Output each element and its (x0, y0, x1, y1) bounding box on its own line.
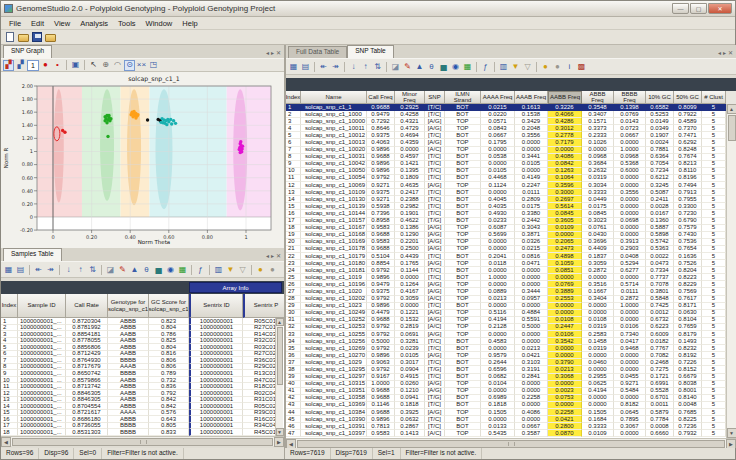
table-cell[interactable]: 0.0319 (582, 324, 614, 331)
table-cell[interactable]: 0.2800 (548, 423, 582, 430)
table-cell[interactable]: solcap_snp_c1_10253 (301, 324, 367, 331)
table-cell[interactable]: 0.9375 (367, 189, 395, 196)
table-cell[interactable]: 10 (286, 168, 301, 175)
table-cell[interactable]: 18 (286, 225, 301, 232)
table-cell[interactable]: 0.8192 (674, 352, 702, 359)
table-cell[interactable]: 0.3373 (582, 125, 614, 132)
table-cell[interactable]: TOP (445, 310, 481, 317)
table-cell[interactable]: solcap_snp_c1_10157 (301, 218, 367, 225)
table-cell[interactable]: 0.0106 (614, 324, 646, 331)
table-cell[interactable]: 0.2201 (395, 239, 425, 246)
table-cell[interactable]: TOP (445, 409, 481, 416)
table-cell[interactable]: 0.0105 (515, 161, 548, 168)
table-cell[interactable]: solcap_snp_c1_1020 (301, 288, 367, 295)
table-cell[interactable]: [A/G] (425, 232, 445, 239)
table-cell[interactable]: 0.3333 (582, 189, 614, 196)
table-cell[interactable]: TOP (445, 182, 481, 189)
table-cell[interactable]: 0.5528 (646, 388, 674, 395)
table-cell[interactable]: 0.0109 (582, 430, 614, 437)
pan-hand-icon[interactable]: ⊕ (100, 60, 111, 71)
table-cell[interactable]: 3 (286, 118, 301, 125)
table-cell[interactable]: 0.0000 (614, 274, 646, 281)
table-cell[interactable]: 0.1398 (614, 104, 646, 111)
pointer-icon[interactable]: ↖ (88, 60, 99, 71)
table-cell[interactable]: 0.7471 (674, 132, 702, 139)
table-cell[interactable]: [A/C] (425, 147, 445, 154)
table-row[interactable]: 5solcap_snp_c1_100120.93750.4694[T/C]BOT… (286, 132, 726, 139)
table-cell[interactable]: 0.7579 (674, 225, 702, 232)
table-cell[interactable]: 0.0460 (582, 359, 614, 366)
table-cell[interactable]: 0.0012 (646, 310, 674, 317)
table-cell[interactable]: 0.0000 (614, 317, 646, 324)
table-cell[interactable]: 0.3801 (646, 288, 674, 295)
table-cell[interactable]: 0.1264 (395, 281, 425, 288)
table-cell[interactable]: 0.5742 (646, 239, 674, 246)
scatter-plot-icon[interactable]: ◪ (390, 61, 401, 72)
table-cell[interactable]: 0.2247 (515, 182, 548, 189)
table-cell[interactable]: 0.0000 (614, 139, 646, 146)
table-cell[interactable]: TOP (445, 147, 481, 154)
table-cell[interactable]: 0.9896 (367, 352, 395, 359)
edit-icon[interactable]: ✎ (117, 264, 128, 275)
table-cell[interactable]: BOT (445, 402, 481, 409)
table-cell[interactable]: solcap_snp_c1_10168 (301, 232, 367, 239)
table-cell[interactable]: 0.8646 (367, 125, 395, 132)
table-cell[interactable]: 0.0220 (481, 111, 515, 118)
table-cell[interactable]: 0.6701 (646, 395, 674, 402)
table-cell[interactable]: 5 (702, 182, 726, 189)
table-cell[interactable]: 0.5848 (646, 296, 674, 303)
table-cell[interactable]: TOP (445, 125, 481, 132)
table-cell[interactable]: 0.0000 (548, 352, 582, 359)
table-cell[interactable]: 0.9792 (367, 175, 395, 182)
table-cell[interactable]: 0.2500 (395, 246, 425, 253)
table-row[interactable]: 42solcap_snp_c1_103580.96880.0941[T/G]BO… (286, 395, 726, 402)
lock-icon[interactable]: ● (540, 61, 551, 72)
table-cell[interactable]: 0.7536 (674, 239, 702, 246)
table-cell[interactable]: BOT (445, 253, 481, 260)
table-cell[interactable]: 5 (702, 416, 726, 423)
table-cell[interactable]: 0.7334 (646, 267, 674, 274)
table-cell[interactable]: TOP (445, 260, 481, 267)
table-cell[interactable]: 0.6212 (646, 175, 674, 182)
table-cell[interactable]: 0.8001 (674, 388, 702, 395)
table-cell[interactable]: 0.5591 (515, 317, 548, 324)
table-cell[interactable]: 0.8152 (674, 366, 702, 373)
column-header[interactable]: Index (1, 294, 18, 318)
plot-count-box[interactable]: 1 (27, 60, 39, 71)
table-cell[interactable]: 0.3191 (515, 366, 548, 373)
scroll-thumb[interactable] (297, 440, 725, 448)
table-cell[interactable]: 0.0105 (395, 352, 425, 359)
table-cell[interactable]: 0.0028 (646, 203, 674, 210)
table-cell[interactable]: BOT (445, 303, 481, 310)
table-row[interactable]: 15solcap_snp_c1_101390.59380.2982[T/C]BO… (286, 203, 726, 210)
table-cell[interactable]: 0.0104 (481, 381, 515, 388)
table-cell[interactable]: 33 (286, 331, 301, 338)
table-cell[interactable]: 0.2473 (548, 246, 582, 253)
table-cell[interactable]: 5 (702, 381, 726, 388)
table-cell[interactable]: 0.7913 (674, 189, 702, 196)
table-cell[interactable]: [A/G] (425, 246, 445, 253)
table-cell[interactable]: 5 (702, 395, 726, 402)
table-cell[interactable]: 0.0319 (582, 345, 614, 352)
table-cell[interactable]: 0.7784 (646, 416, 674, 423)
table-cell[interactable]: 0.6582 (646, 104, 674, 111)
table-cell[interactable]: [A/G] (425, 310, 445, 317)
table-cell[interactable]: 0.4063 (367, 139, 395, 146)
fit-view-icon[interactable]: ◳ (148, 60, 159, 71)
table-cell[interactable]: TOP (445, 388, 481, 395)
table-cell[interactable]: [T/C] (425, 402, 445, 409)
table-cell[interactable]: 0.3034 (582, 182, 614, 189)
table-cell[interactable]: 0.8225 (674, 416, 702, 423)
table-cell[interactable]: 0.0000 (395, 274, 425, 281)
table-cell[interactable]: 0.2925 (395, 104, 425, 111)
column-header[interactable]: # Clust (702, 91, 726, 104)
table-cell[interactable]: BOT (445, 196, 481, 203)
table-cell[interactable]: BOT (445, 218, 481, 225)
table-cell[interactable]: [T/C] (425, 203, 445, 210)
bar-chart-icon[interactable]: ▅ (438, 61, 449, 72)
zoom-icon[interactable]: ⊙ (124, 60, 135, 71)
table-cell[interactable]: solcap_snp_c1_10391 (301, 423, 367, 430)
bar-chart-icon[interactable]: ▅ (153, 264, 164, 275)
table-cell[interactable]: 0.4035 (481, 203, 515, 210)
table-cell[interactable]: 0.4086 (548, 154, 582, 161)
